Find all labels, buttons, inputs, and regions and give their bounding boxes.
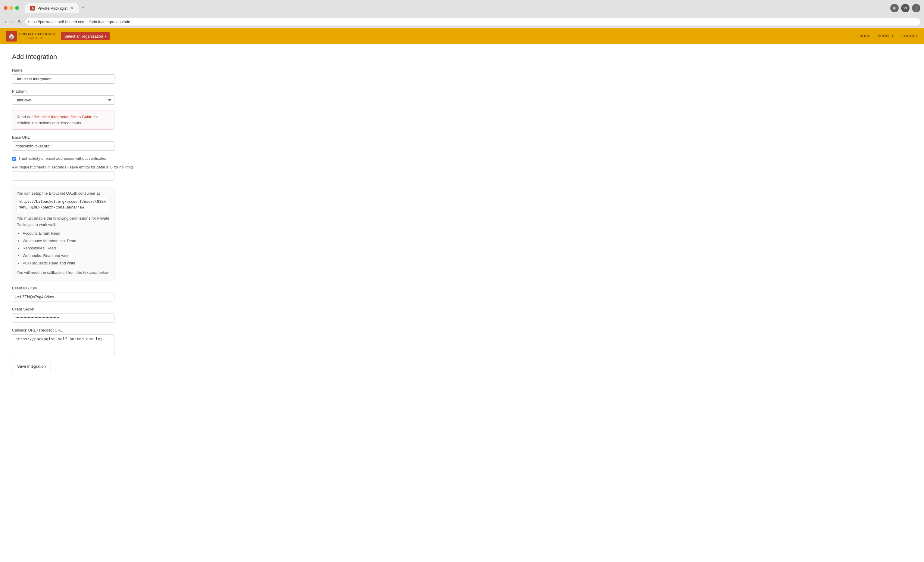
- close-window-button[interactable]: [4, 6, 8, 10]
- permission-workspace: Workspace Membership: Read: [22, 238, 110, 244]
- client-id-input[interactable]: [12, 292, 114, 302]
- address-bar: ‹ › ↻: [0, 16, 924, 28]
- oauth-callback-note: You will need the callback url from the …: [16, 269, 110, 276]
- info-box: Read our Bitbucket Integration Setup Gui…: [12, 110, 114, 130]
- trust-email-group: Trust validity of email addresses withou…: [12, 156, 114, 161]
- platform-label: Platform: [12, 89, 912, 94]
- add-integration-form: Name Platform Bitbucket GitHub GitLab Re…: [12, 68, 912, 371]
- timeout-label: API request timeout in seconds (leave em…: [12, 165, 912, 169]
- timeout-group: API request timeout in seconds (leave em…: [12, 165, 912, 181]
- name-label: Name: [12, 68, 912, 73]
- browser-titlebar: 🏠 Private Packagist ✕ + ⊞ W ⋮: [0, 0, 924, 16]
- callback-url-label: Callback URL / Redirect URL: [12, 328, 912, 332]
- app-logo: 🏠 PRIVATE PACKAGIST Self-Hosted: [6, 31, 56, 42]
- browser-actions: ⊞ W ⋮: [890, 4, 920, 12]
- oauth-url-snippet: https://bitbucket.org/account/user/<USER…: [16, 198, 110, 211]
- client-secret-input[interactable]: [12, 313, 114, 323]
- base-url-group: Base URL: [12, 135, 912, 151]
- timeout-input[interactable]: [12, 171, 114, 181]
- permission-repositories: Repositories: Read: [22, 245, 110, 251]
- oauth-info-box: You can setup the Bitbucket OAuth consum…: [12, 186, 114, 280]
- oauth-setup-text: You can setup the Bitbucket OAuth consum…: [16, 190, 110, 197]
- name-input[interactable]: [12, 74, 114, 84]
- callback-url-textarea[interactable]: https://packagist-self-hosted.com.lo/: [12, 334, 114, 355]
- browser-chrome: 🏠 Private Packagist ✕ + ⊞ W ⋮ ‹ › ↻: [0, 0, 924, 28]
- tab-close-button[interactable]: ✕: [70, 6, 74, 10]
- org-selector-label: Select an organization: [64, 34, 103, 39]
- tab-title: Private Packagist: [38, 6, 68, 10]
- new-tab-button[interactable]: +: [79, 2, 87, 13]
- window-controls: [4, 6, 19, 10]
- client-secret-label: Client Secret: [12, 307, 912, 311]
- docs-link[interactable]: DOCS: [859, 34, 870, 38]
- base-url-input[interactable]: [12, 141, 114, 151]
- minimize-window-button[interactable]: [9, 6, 13, 10]
- info-text-before: Read our: [16, 115, 34, 119]
- permission-pull-requests: Pull Requests: Read and write: [22, 260, 110, 266]
- logo-text: PRIVATE PACKAGIST Self-Hosted: [19, 32, 56, 40]
- tab-favicon: 🏠: [30, 6, 35, 10]
- chevron-down-icon: ▾: [105, 34, 106, 38]
- logo-subtitle: Self-Hosted: [19, 36, 56, 40]
- trust-email-label[interactable]: Trust validity of email addresses withou…: [18, 156, 108, 161]
- callback-url-group: Callback URL / Redirect URL https://pack…: [12, 328, 912, 356]
- trust-email-checkbox[interactable]: [12, 157, 16, 161]
- setup-guide-link[interactable]: Bitbucket Integration Setup Guide: [34, 115, 92, 119]
- logo-icon: 🏠: [6, 31, 17, 42]
- save-button-group: Save Integration: [12, 362, 912, 371]
- refresh-button[interactable]: ↻: [16, 18, 23, 26]
- save-integration-button[interactable]: Save Integration: [12, 362, 51, 371]
- client-id-group: Client ID / Key: [12, 286, 912, 302]
- permission-webhooks: Webhooks: Read and write: [22, 253, 110, 259]
- maximize-window-button[interactable]: [15, 6, 19, 10]
- base-url-label: Base URL: [12, 135, 912, 140]
- more-button[interactable]: ⋮: [912, 4, 920, 12]
- platform-select[interactable]: Bitbucket GitHub GitLab: [12, 96, 114, 105]
- client-secret-group: Client Secret: [12, 307, 912, 323]
- url-input[interactable]: [25, 18, 920, 25]
- logout-link[interactable]: LOGOUT: [902, 34, 918, 38]
- profile-button[interactable]: W: [901, 4, 909, 12]
- oauth-permissions-intro: You must enable the following permission…: [16, 215, 110, 228]
- extensions-button[interactable]: ⊞: [890, 4, 899, 12]
- client-id-label: Client ID / Key: [12, 286, 912, 290]
- name-group: Name: [12, 68, 912, 84]
- page-content: Add Integration Name Platform Bitbucket …: [0, 44, 924, 562]
- page-title: Add Integration: [12, 53, 912, 61]
- profile-link[interactable]: PROFILE: [878, 34, 894, 38]
- app-navigation: 🏠 PRIVATE PACKAGIST Self-Hosted Select a…: [0, 28, 924, 44]
- oauth-permissions-list: Account: Email, Read Workspace Membershi…: [16, 230, 110, 266]
- org-selector-button[interactable]: Select an organization ▾: [61, 32, 110, 40]
- platform-group: Platform Bitbucket GitHub GitLab: [12, 89, 912, 105]
- back-button[interactable]: ‹: [4, 18, 8, 26]
- logo-name: PRIVATE PACKAGIST: [19, 32, 56, 36]
- permission-account: Account: Email, Read: [22, 230, 110, 237]
- active-tab[interactable]: 🏠 Private Packagist ✕: [25, 3, 79, 13]
- nav-links: DOCS PROFILE LOGOUT: [859, 34, 918, 38]
- forward-button[interactable]: ›: [10, 18, 14, 26]
